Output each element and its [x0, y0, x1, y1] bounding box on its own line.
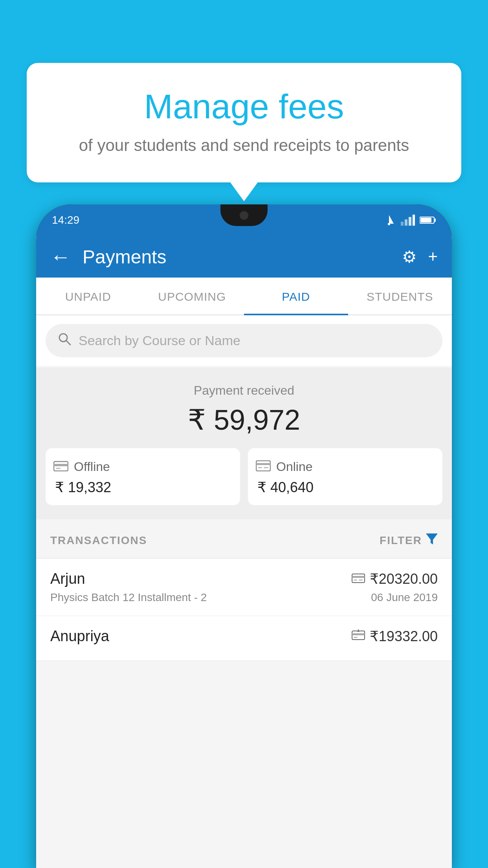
payment-received-label: Payment received [46, 383, 442, 398]
filter-icon [426, 533, 438, 547]
svg-rect-21 [359, 579, 363, 581]
student-name: Arjun [50, 570, 85, 587]
svg-rect-15 [258, 467, 262, 468]
svg-point-0 [388, 223, 390, 225]
svg-rect-13 [256, 461, 270, 471]
table-row[interactable]: Arjun ₹20320.00 Physics Batch 12 Install… [36, 559, 452, 616]
svg-rect-2 [405, 219, 407, 226]
status-time: 14:29 [52, 214, 79, 226]
transactions-label: TRANSACTIONS [50, 534, 147, 547]
offline-amount: ₹ 19,332 [53, 479, 232, 496]
online-icon [256, 459, 271, 474]
student-name: Anupriya [50, 628, 109, 645]
offline-card: Offline ₹ 19,332 [46, 448, 240, 505]
search-container: Search by Course or Name [36, 315, 452, 366]
offline-icon [53, 459, 68, 474]
table-row[interactable]: Anupriya ₹19332.00 [36, 616, 452, 661]
svg-rect-14 [256, 463, 270, 465]
tab-bar: UNPAID UPCOMING PAID STUDENTS [36, 278, 452, 315]
svg-rect-3 [409, 217, 411, 226]
offline-label: Offline [74, 460, 110, 474]
camera [240, 211, 248, 220]
phone-notch [220, 204, 268, 226]
app-header: ← Payments ⚙ + [36, 236, 452, 278]
phone-frame: 14:29 [36, 204, 452, 868]
amount-row: ₹20320.00 [352, 571, 438, 587]
filter-label: FILTER [380, 534, 422, 547]
search-placeholder: Search by Course or Name [79, 333, 240, 348]
svg-rect-12 [56, 468, 61, 469]
svg-rect-7 [420, 218, 431, 223]
amount-row: ₹19332.00 [352, 628, 438, 645]
page-title: Payments [83, 246, 390, 268]
online-payment-icon [352, 572, 365, 586]
tab-students[interactable]: STUDENTS [348, 278, 452, 314]
search-bar[interactable]: Search by Course or Name [46, 324, 442, 357]
svg-line-9 [66, 340, 70, 345]
tab-upcoming[interactable]: UPCOMING [140, 278, 244, 314]
wifi-icon [382, 215, 396, 225]
course-info: Physics Batch 12 Installment - 2 [50, 591, 207, 604]
status-bar: 14:29 [36, 204, 452, 236]
transaction-amount: ₹20320.00 [370, 571, 438, 587]
svg-rect-16 [264, 467, 268, 468]
svg-rect-11 [54, 464, 68, 466]
payment-cards: Offline ₹ 19,332 [46, 448, 442, 505]
online-amount: ₹ 40,640 [256, 479, 435, 496]
header-actions: ⚙ + [402, 247, 438, 267]
online-label: Online [276, 460, 313, 474]
online-card: Online ₹ 40,640 [248, 448, 442, 505]
battery-icon [420, 216, 436, 224]
svg-marker-17 [426, 533, 438, 544]
payment-summary: Payment received ₹ 59,972 Offline [36, 368, 452, 519]
add-icon[interactable]: + [428, 247, 438, 266]
svg-rect-4 [413, 215, 415, 226]
bubble-subtitle: of your students and send receipts to pa… [42, 136, 446, 155]
filter-row[interactable]: FILTER [380, 533, 438, 547]
speech-bubble-card: Manage fees of your students and send re… [27, 63, 461, 182]
offline-payment-icon [352, 629, 365, 643]
search-icon [57, 332, 72, 349]
back-button[interactable]: ← [50, 246, 71, 267]
svg-rect-1 [401, 222, 404, 226]
svg-rect-18 [352, 574, 365, 583]
bubble-title: Manage fees [42, 86, 446, 127]
svg-rect-19 [352, 576, 365, 578]
tab-unpaid[interactable]: UNPAID [36, 278, 140, 314]
date-info: 06 June 2019 [371, 591, 438, 604]
status-icons [382, 215, 436, 226]
svg-rect-6 [434, 219, 436, 222]
svg-rect-23 [352, 633, 365, 635]
svg-rect-24 [354, 637, 358, 638]
transactions-header: TRANSACTIONS FILTER [36, 522, 452, 559]
signal-icon [401, 215, 415, 226]
tab-paid[interactable]: PAID [244, 278, 348, 314]
total-amount: ₹ 59,972 [46, 403, 442, 436]
svg-rect-20 [354, 579, 357, 581]
settings-icon[interactable]: ⚙ [402, 247, 417, 267]
phone-screen: ← Payments ⚙ + UNPAID UPCOMING PAID STUD… [36, 236, 452, 868]
transaction-amount: ₹19332.00 [370, 628, 438, 645]
